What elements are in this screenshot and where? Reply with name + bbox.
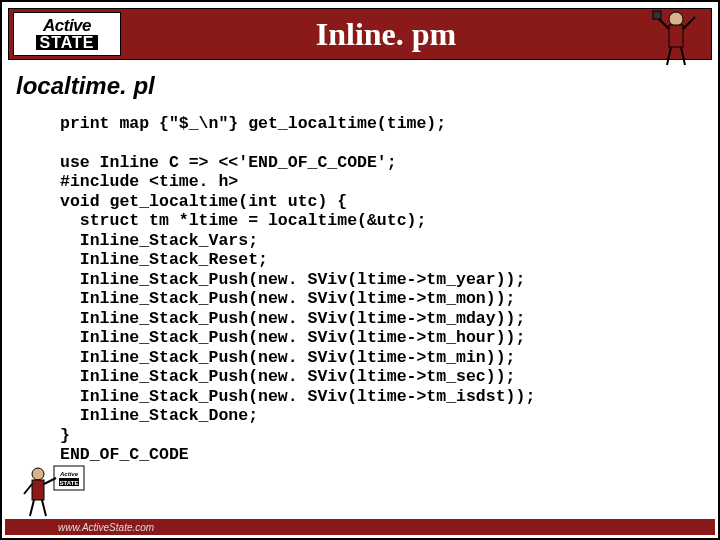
svg-text:Active: Active	[59, 471, 79, 477]
slide-title: Inline. pm	[121, 16, 711, 53]
logo-top-text: Active	[43, 18, 91, 34]
svg-rect-1	[669, 25, 683, 47]
svg-point-11	[32, 468, 44, 480]
svg-line-14	[24, 484, 32, 494]
code-block: print map {"$_\n"} get_localtime(time); …	[60, 114, 688, 464]
slide: Active STATE Inline. pm localtime. pl pr…	[0, 0, 720, 540]
subtitle: localtime. pl	[16, 72, 155, 100]
mascot-top-icon	[651, 7, 701, 67]
mascot-bottom-icon: Active STATE	[20, 460, 90, 520]
svg-line-5	[667, 47, 671, 65]
svg-line-15	[30, 500, 34, 516]
logo-bottom-text: STATE	[36, 35, 97, 50]
svg-text:STATE: STATE	[60, 480, 79, 486]
footer-url: www.ActiveState.com	[58, 522, 154, 533]
activestate-logo: Active STATE	[13, 12, 121, 56]
svg-rect-4	[653, 11, 661, 19]
svg-point-0	[669, 12, 683, 26]
svg-line-3	[683, 17, 695, 29]
header-bar: Active STATE Inline. pm	[8, 8, 712, 60]
svg-rect-12	[32, 480, 44, 500]
svg-line-6	[681, 47, 685, 65]
svg-line-16	[42, 500, 46, 516]
